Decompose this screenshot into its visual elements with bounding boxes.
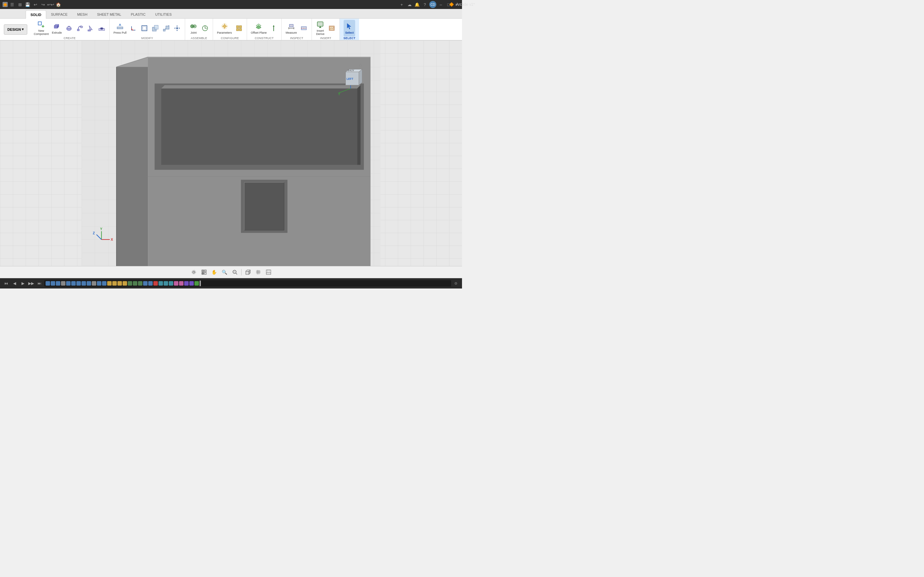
tab-mesh[interactable]: MESH: [73, 10, 92, 18]
tl-item-30[interactable]: [194, 281, 199, 285]
tab-solid[interactable]: SOLID: [26, 10, 46, 19]
view-cube-btn[interactable]: [244, 268, 252, 276]
redo-btn[interactable]: ↪: [40, 1, 46, 8]
new-component-btn[interactable]: NewComponent: [32, 20, 50, 37]
fillet-btn[interactable]: [128, 24, 139, 32]
tl-item-5[interactable]: [66, 281, 71, 285]
tl-item-3[interactable]: [56, 281, 60, 285]
offset-plane-btn[interactable]: Offset Plane: [250, 20, 268, 37]
timeline-end-btn[interactable]: ⏭: [36, 280, 43, 287]
tl-item-21[interactable]: [148, 281, 153, 285]
tl-item-8[interactable]: [81, 281, 86, 285]
tl-item-2[interactable]: [51, 281, 55, 285]
tl-item-14[interactable]: [112, 281, 117, 285]
offset-plane-icon: [254, 22, 263, 31]
loft-btn[interactable]: [86, 24, 96, 32]
tl-item-22[interactable]: [153, 281, 158, 285]
insert-derive-btn[interactable]: InsertDerive: [314, 20, 326, 37]
tl-item-29[interactable]: [189, 281, 194, 285]
axis-btn[interactable]: [268, 24, 279, 32]
grid-visible-btn[interactable]: [254, 268, 263, 276]
joint-icon: [189, 22, 198, 31]
section-analysis-btn[interactable]: [299, 24, 309, 32]
scale-btn[interactable]: [161, 24, 171, 32]
tl-item-28[interactable]: [184, 281, 189, 285]
file-menu[interactable]: ☰: [9, 1, 15, 8]
select-btn[interactable]: Select: [344, 20, 355, 37]
tl-marker[interactable]: [200, 280, 201, 286]
tl-item-16[interactable]: [123, 281, 127, 285]
undo2-btn[interactable]: ↩↩: [47, 1, 54, 8]
tl-item-7[interactable]: [76, 281, 81, 285]
tl-item-6[interactable]: [71, 281, 76, 285]
grid-menu[interactable]: ⊞: [17, 1, 23, 8]
tl-item-23[interactable]: [158, 281, 163, 285]
revolve-btn[interactable]: [64, 24, 74, 32]
viewport[interactable]: Z Y LEFT BACK ⌂ X Y Z: [0, 40, 462, 266]
tl-item-19[interactable]: [138, 281, 142, 285]
minimize-btn[interactable]: –: [438, 1, 444, 8]
bell-btn[interactable]: 🔔: [414, 1, 420, 8]
timeline-settings-btn[interactable]: ⚙: [452, 280, 459, 287]
tl-item-11[interactable]: [97, 281, 102, 285]
tl-item-15[interactable]: [118, 281, 122, 285]
help-btn[interactable]: ?: [422, 1, 428, 8]
new-tab-btn[interactable]: +: [399, 1, 405, 8]
svg-marker-60: [116, 57, 148, 266]
timeline-fwd-btn[interactable]: ▶▶: [27, 280, 35, 287]
design-dropdown[interactable]: DESIGN ▾: [4, 24, 27, 35]
tl-item-1[interactable]: [45, 281, 50, 285]
hole-btn[interactable]: [97, 24, 107, 32]
display-mode-btn[interactable]: [200, 268, 208, 276]
configure-sub-btn[interactable]: [234, 24, 244, 32]
revolve-icon: [65, 25, 73, 32]
svg-rect-0: [38, 22, 41, 25]
timeline-start-btn[interactable]: ⏮: [3, 280, 10, 287]
move-btn[interactable]: [172, 24, 182, 32]
cloud-btn[interactable]: ☁: [406, 1, 413, 8]
tl-item-20[interactable]: [143, 281, 148, 285]
tl-item-12[interactable]: [102, 281, 107, 285]
joint-btn[interactable]: Joint: [188, 20, 199, 37]
zoom-btn[interactable]: 🔍: [220, 268, 229, 276]
svg-rect-95: [202, 270, 204, 272]
orbit-btn[interactable]: ✋: [210, 268, 219, 276]
tl-item-13[interactable]: [107, 281, 111, 285]
timeline-prev-btn[interactable]: ◀: [11, 280, 18, 287]
settings-view-btn[interactable]: [189, 268, 198, 276]
tl-item-9[interactable]: [87, 281, 91, 285]
undo-btn[interactable]: ↩: [32, 1, 39, 8]
tab-surface[interactable]: SURFACE: [46, 10, 73, 18]
new-component-icon: [37, 21, 45, 29]
user-btn[interactable]: CD: [429, 1, 436, 8]
sweep-btn[interactable]: [75, 24, 85, 32]
tl-item-26[interactable]: [174, 281, 178, 285]
home-btn[interactable]: 🏠: [55, 1, 61, 8]
tl-item-25[interactable]: [169, 281, 173, 285]
press-pull-btn[interactable]: Press Pull: [112, 20, 128, 37]
save-btn[interactable]: 💾: [24, 1, 31, 8]
new-component-label: NewComponent: [34, 29, 49, 36]
combine-btn[interactable]: [150, 24, 160, 32]
shell-btn[interactable]: [139, 24, 150, 32]
tab-plastic[interactable]: PLASTIC: [126, 10, 150, 18]
zoom-options-btn[interactable]: +: [230, 268, 239, 276]
tl-item-27[interactable]: [179, 281, 184, 285]
tl-item-4[interactable]: [61, 281, 65, 285]
tl-item-10[interactable]: [92, 281, 96, 285]
timeline-next-btn[interactable]: ▶: [19, 280, 26, 287]
tab-sheet-metal[interactable]: SHEET METAL: [92, 10, 126, 18]
select-label-group: SELECT: [344, 37, 355, 40]
tl-item-24[interactable]: [164, 281, 168, 285]
tl-item-18[interactable]: [133, 281, 137, 285]
extrude-btn[interactable]: Extrude: [51, 20, 63, 37]
environment-btn[interactable]: [264, 268, 273, 276]
measure-btn[interactable]: Measure: [284, 20, 298, 37]
tl-item-17[interactable]: [128, 281, 132, 285]
timeline-track[interactable]: [44, 280, 451, 287]
tab-utilities[interactable]: UTILITIES: [150, 10, 176, 18]
svg-marker-68: [244, 182, 284, 230]
parameters-btn[interactable]: Parameters: [216, 20, 233, 37]
motion-study-btn[interactable]: [200, 24, 210, 32]
canvas-btn[interactable]: [326, 24, 337, 32]
